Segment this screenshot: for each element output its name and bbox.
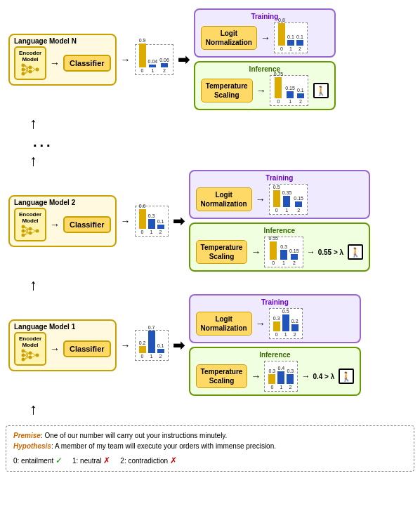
bar-label: 1 <box>286 208 289 213</box>
big-arrow: ➡ <box>173 337 185 354</box>
bar-rect <box>291 324 298 331</box>
encoder-box: EncoderModel <box>14 332 46 366</box>
training-bar-chart: 0.500.3510.152 <box>269 184 308 215</box>
lm-box-lmN: Language Model NEncoderModel →Classifier <box>8 34 117 86</box>
svg-point-32 <box>29 355 32 359</box>
svg-point-4 <box>29 69 32 73</box>
bar-group-2: 0.12 <box>297 88 304 104</box>
bar-group-2: 0.22 <box>291 319 298 337</box>
after-inference: →0.4 > λ🚶 <box>301 369 354 384</box>
right-section: TrainingLogitNormalization→0.300.510.22I… <box>189 294 362 396</box>
svg-point-17 <box>29 227 32 230</box>
network-icon <box>20 62 41 77</box>
bar-group-1: 0.041 <box>148 59 158 73</box>
svg-point-29 <box>22 349 25 352</box>
inference-box: InferenceTemperatureScaling→0.300.410.32… <box>189 347 362 396</box>
bar-rect <box>268 374 275 384</box>
bar-rect <box>277 371 284 384</box>
bar-label: 0 <box>272 260 275 265</box>
bar-value: 0.3 <box>148 213 155 218</box>
bar-value: 0.9 <box>139 38 146 43</box>
lm-2-section: Language Model 2EncoderModel →Classifier… <box>8 170 412 272</box>
threshold-arrow: → <box>301 371 310 381</box>
arrow-up-2: ↑ <box>8 152 412 170</box>
bar-rect <box>139 209 146 229</box>
bar-rect <box>295 201 302 207</box>
bar-group-1: 0.71 <box>148 325 155 359</box>
bar-rect <box>275 77 282 98</box>
arrow-logit-chart: → <box>256 318 265 329</box>
bar-group-0: 0.20 <box>139 340 146 359</box>
threshold-text: 0.4 > λ <box>313 373 334 380</box>
exit-icon: 🚶 <box>339 369 354 384</box>
bar-rect <box>287 374 294 384</box>
bar-value: 0.06 <box>159 58 169 62</box>
premise-text: : One of our number will carry out your … <box>41 432 227 439</box>
bar-value: 0.5 <box>273 185 280 190</box>
arrow-temp-chart: → <box>251 246 261 258</box>
inference-inner: TemperatureScaling→0.7500.1510.12🚶 <box>201 75 329 106</box>
bar-rect <box>297 93 304 98</box>
premise-label: Premise <box>13 432 41 439</box>
bar-rect <box>139 346 146 353</box>
class0-label: 0: entailment ✓ <box>13 457 65 465</box>
temp-scale-box: TemperatureScaling <box>196 364 248 388</box>
bar-label: 2 <box>163 68 166 73</box>
bar-value: 0.15 <box>289 248 299 253</box>
bar-rect <box>148 219 155 229</box>
main-container: Language Model NEncoderModel →Classifier… <box>0 0 420 477</box>
svg-point-0 <box>22 67 25 71</box>
big-arrow: ➡ <box>173 213 185 230</box>
bar-value: 0.1 <box>287 34 294 39</box>
bar-group-1: 0.151 <box>285 86 295 104</box>
svg-point-14 <box>22 229 25 232</box>
bar-rect <box>149 65 156 67</box>
check-icon: ✓ <box>55 456 63 465</box>
lm-n-section: Language Model NEncoderModel →Classifier… <box>8 8 412 110</box>
inference-box: InferenceTemperatureScaling→0.7500.1510.… <box>194 61 336 110</box>
bar-label: 1 <box>284 332 287 337</box>
arrow-input: ↑ <box>8 400 412 418</box>
arrow-lm-chart: → <box>121 54 131 65</box>
encoder-box: EncoderModel <box>14 208 46 241</box>
bar-group-2: 0.062 <box>159 58 169 73</box>
bar-label: 2 <box>294 332 296 337</box>
network-icon <box>20 224 41 238</box>
inference-title: Inference <box>196 351 355 359</box>
bar-label: 1 <box>280 385 282 390</box>
lm-title: Language Model N <box>14 37 77 45</box>
svg-line-13 <box>32 69 36 72</box>
bar-label: 0 <box>270 385 273 390</box>
svg-point-5 <box>36 67 39 71</box>
bar-label: 2 <box>297 208 300 213</box>
bar-group-0: 0.30 <box>268 369 275 390</box>
bar-label: 2 <box>289 385 291 390</box>
bar-value: 0.8 <box>278 18 285 22</box>
bar-rect <box>282 314 289 331</box>
bar-rect <box>287 91 294 98</box>
dots: ... <box>8 134 412 150</box>
bar-label: 2 <box>293 260 296 265</box>
legend-hypothesis: Hypothesis: A member of my team will exe… <box>13 441 407 451</box>
svg-point-30 <box>22 357 25 361</box>
right-section: TrainingLogitNormalization→0.500.3510.15… <box>189 170 371 272</box>
bar-group-1: 0.11 <box>287 34 294 51</box>
bar-group-0: 0.60 <box>139 204 146 234</box>
lm-main-row: Language Model 2EncoderModel →Classifier… <box>8 170 412 272</box>
bar-group-2: 0.152 <box>294 196 303 213</box>
svg-point-18 <box>29 231 32 234</box>
lm-main-row: Language Model 1EncoderModel →Classifier… <box>8 294 412 396</box>
bar-label: 2 <box>298 46 301 51</box>
after-inference: 🚶 <box>312 83 329 98</box>
bar-rect <box>161 63 168 67</box>
bar-group-2: 0.32 <box>287 369 294 390</box>
big-arrow: ➡ <box>178 51 190 68</box>
bar-rect <box>283 196 290 207</box>
bar-label: 0 <box>280 46 283 51</box>
bar-group-0: 0.50 <box>273 185 280 213</box>
svg-point-3 <box>29 65 32 69</box>
training-box: TrainingLogitNormalization→0.500.3510.15… <box>189 170 371 219</box>
arrow-logit-chart: → <box>256 194 265 205</box>
svg-line-26 <box>32 229 36 231</box>
bar-label: 2 <box>159 230 162 234</box>
